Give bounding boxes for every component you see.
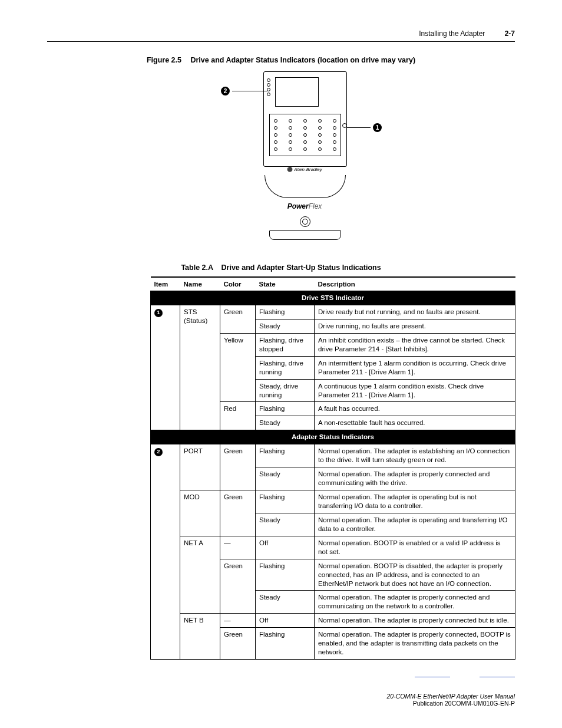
- cell-desc: Normal operation. The adapter is properl…: [315, 467, 515, 490]
- cell-name: NET A: [180, 536, 220, 614]
- table-caption: Table 2.A Drive and Adapter Start-Up Sta…: [47, 263, 515, 272]
- product-label: PowerFlex: [269, 202, 340, 210]
- cell-state: Flashing: [256, 402, 315, 416]
- bezel-curve: [265, 175, 346, 198]
- cell-desc: An inhibit condition exists – the drive …: [315, 333, 515, 356]
- cell-desc: A non-resettable fault has occurred.: [315, 416, 515, 430]
- footer-rule: [415, 677, 515, 677]
- table-row: 1 STS(Status) Green Flashing Drive ready…: [151, 305, 515, 319]
- device-keypad: [269, 114, 341, 156]
- cell-item: 2: [151, 444, 180, 660]
- table-title: Drive and Adapter Start-Up Status Indica…: [222, 263, 381, 272]
- section-row: Adapter Status Indicators: [151, 430, 515, 444]
- cell-state: Flashing: [256, 305, 315, 319]
- cell-desc: Normal operation. The adapter is operati…: [315, 490, 515, 513]
- cell-state: Flashing, drive running: [256, 356, 315, 379]
- cell-state: Steady: [256, 513, 315, 536]
- th-state: State: [256, 277, 315, 291]
- cell-desc: Normal operation. The adapter is properl…: [315, 628, 515, 660]
- cell-color: Green: [220, 444, 256, 490]
- table-row: 2 PORT Green Flashing Normal operation. …: [151, 444, 515, 467]
- cell-state: Flashing: [256, 628, 315, 660]
- cell-color: Green: [220, 305, 256, 333]
- table-row: MOD Green Flashing Normal operation. The…: [151, 490, 515, 513]
- device-base: [269, 230, 341, 240]
- cell-state: Flashing: [256, 444, 315, 467]
- cell-desc: Normal operation. BOOTP is disabled, the…: [315, 559, 515, 591]
- th-name: Name: [180, 277, 220, 291]
- cell-color: Green: [220, 628, 256, 660]
- header-page: 2-7: [505, 29, 515, 38]
- cell-state: Off: [256, 614, 315, 628]
- cell-desc: Normal operation. BOOTP is enabled or a …: [315, 536, 515, 559]
- table-header-row: Item Name Color State Description: [151, 277, 515, 291]
- page: Installing the Adapter 2-7 Figure 2.5 Dr…: [0, 0, 562, 728]
- cell-desc: A continuous type 1 alarm condition exis…: [315, 379, 515, 402]
- status-table: Item Name Color State Description Drive …: [150, 276, 515, 660]
- table-number: Table 2.A: [181, 263, 213, 272]
- cell-name: PORT: [180, 444, 220, 490]
- cell-desc: Normal operation. The adapter is properl…: [315, 614, 515, 628]
- cell-state: Off: [256, 536, 315, 559]
- cell-color: Green: [220, 490, 256, 536]
- cell-state: Flashing: [256, 490, 315, 513]
- th-color: Color: [220, 277, 256, 291]
- figure-title: Drive and Adapter Status Indicators (loc…: [190, 56, 415, 64]
- cell-desc: Normal operation. The adapter is operati…: [315, 513, 515, 536]
- brand-label: ⚫Allen-Bradley: [269, 167, 340, 172]
- page-footer: 20-COMM-E EtherNet/IP Adapter User Manua…: [387, 693, 515, 707]
- figure-number: Figure 2.5: [147, 56, 181, 64]
- cell-desc: Normal operation. The adapter is establi…: [315, 444, 515, 467]
- cell-state: Flashing: [256, 559, 315, 591]
- table-row: NET A — Off Normal operation. BOOTP is e…: [151, 536, 515, 559]
- th-desc: Description: [315, 277, 515, 291]
- cell-color: Green: [220, 559, 256, 614]
- callout-1: 1: [347, 123, 382, 132]
- cell-state: Steady: [256, 591, 315, 614]
- cell-state: Steady: [256, 467, 315, 490]
- cell-item: 1: [151, 305, 180, 430]
- cell-color: Yellow: [220, 333, 256, 402]
- cell-state: Steady, drive running: [256, 379, 315, 402]
- cell-name: MOD: [180, 490, 220, 536]
- cell-desc: A fault has occurred.: [315, 402, 515, 416]
- figure-caption: Figure 2.5 Drive and Adapter Status Indi…: [47, 56, 515, 64]
- page-header: Installing the Adapter 2-7: [47, 29, 515, 42]
- cell-color: —: [220, 536, 256, 559]
- cell-desc: Drive ready but not running, and no faul…: [315, 305, 515, 319]
- cell-desc: An intermittent type 1 alarm condition i…: [315, 356, 515, 379]
- cell-state: Steady: [256, 416, 315, 430]
- callout-2: 2: [221, 87, 267, 95]
- side-led: [342, 123, 347, 128]
- section-row: Drive STS Indicator: [151, 291, 515, 305]
- cell-name: STS(Status): [180, 305, 220, 430]
- cell-desc: Normal operation. The adapter is properl…: [315, 591, 515, 614]
- header-section: Installing the Adapter: [419, 29, 485, 38]
- cell-desc: Drive running, no faults are present.: [315, 319, 515, 333]
- footer-line2: Publication 20COMM-UM010G-EN-P: [387, 700, 515, 707]
- table-row: NET B — Off Normal operation. The adapte…: [151, 614, 515, 628]
- drive-diagram: ⚫Allen-Bradley PowerFlex 1 2: [210, 71, 352, 248]
- cell-state: Steady: [256, 319, 315, 333]
- th-item: Item: [151, 277, 180, 291]
- cell-name: NET B: [180, 614, 220, 660]
- cell-state: Flashing, drive stopped: [256, 333, 315, 356]
- device-screen: [275, 77, 319, 107]
- footer-line1: 20-COMM-E EtherNet/IP Adapter User Manua…: [387, 693, 515, 700]
- cell-color: —: [220, 614, 256, 628]
- figure-wrap: ⚫Allen-Bradley PowerFlex 1 2: [47, 71, 515, 248]
- port-icon: [300, 216, 310, 227]
- cell-color: Red: [220, 402, 256, 430]
